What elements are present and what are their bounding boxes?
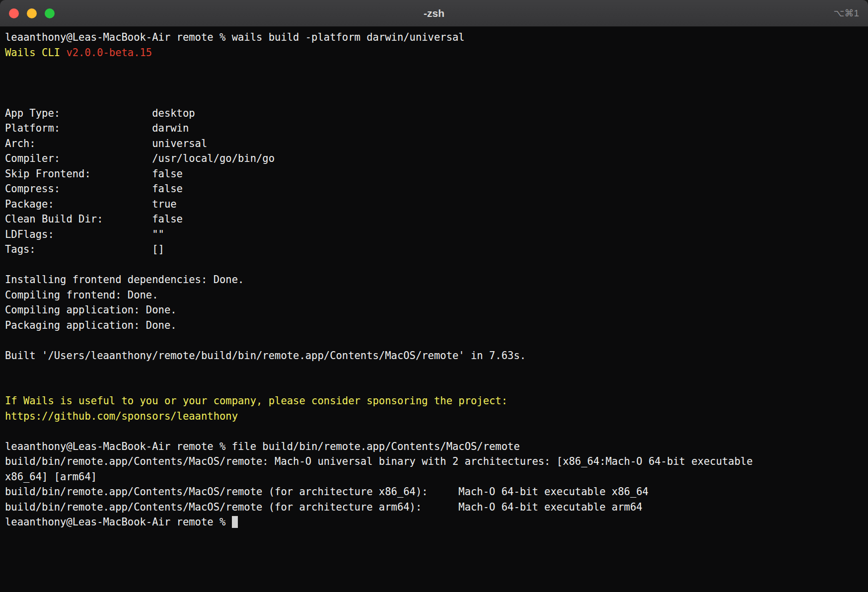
file-output-line-x86-64: build/bin/remote.app/Contents/MacOS/remo… xyxy=(5,484,863,500)
close-button[interactable] xyxy=(9,8,19,18)
traffic-lights xyxy=(0,8,55,18)
config-row-compiler: Compiler: /usr/local/go/bin/go xyxy=(5,151,863,166)
text-segment: build/bin/remote.app/Contents/MacOS/remo… xyxy=(5,455,753,467)
text-segment: Platform: darwin xyxy=(5,122,189,134)
blank-line xyxy=(5,333,863,348)
file-output-line-universal-wrap: x86_64] [arm64] xyxy=(5,469,863,485)
build-result-line: Built '/Users/leaanthony/remote/build/bi… xyxy=(5,348,863,364)
minimize-button[interactable] xyxy=(27,8,37,18)
text-segment: Compiler: /usr/local/go/bin/go xyxy=(5,152,275,164)
text-segment: If Wails is useful to you or your compan… xyxy=(5,395,507,407)
text-segment: leaanthony@Leas-MacBook-Air remote % wai… xyxy=(5,31,465,43)
text-segment: Tags: [] xyxy=(5,243,164,255)
text-segment: v2.0.0-beta.15 xyxy=(66,47,152,59)
blank-line xyxy=(5,90,863,106)
command-line-file: leaanthony@Leas-MacBook-Air remote % fil… xyxy=(5,439,863,454)
text-segment: Compress: false xyxy=(5,183,183,195)
command-line-wails-build: leaanthony@Leas-MacBook-Air remote % wai… xyxy=(5,30,863,45)
text-segment: Package: true xyxy=(5,198,177,210)
text-segment: leaanthony@Leas-MacBook-Air remote % fil… xyxy=(5,441,520,452)
config-row-tags: Tags: [] xyxy=(5,242,863,257)
config-row-ldflags: LDFlags: "" xyxy=(5,227,863,242)
blank-line xyxy=(5,257,863,273)
text-segment: leaanthony@Leas-MacBook-Air remote % xyxy=(5,516,232,528)
config-row-compress: Compress: false xyxy=(5,181,863,197)
text-segment: build/bin/remote.app/Contents/MacOS/remo… xyxy=(5,501,643,513)
sponsor-link[interactable]: https://github.com/sponsors/leaanthony xyxy=(5,410,238,422)
terminal-screen[interactable]: leaanthony@Leas-MacBook-Air remote % wai… xyxy=(0,27,868,592)
text-segment: Wails CLI xyxy=(5,47,66,59)
file-output-line-universal: build/bin/remote.app/Contents/MacOS/remo… xyxy=(5,454,863,469)
text-segment: Packaging application: Done. xyxy=(5,319,177,331)
text-segment: Skip Frontend: false xyxy=(5,168,183,180)
blank-line xyxy=(5,378,863,394)
status-line-compiling-frontend: Compiling frontend: Done. xyxy=(5,288,863,303)
config-row-clean-build-dir: Clean Build Dir: false xyxy=(5,212,863,227)
config-row-skip-frontend: Skip Frontend: false xyxy=(5,166,863,182)
window-title: -zsh xyxy=(0,7,868,19)
text-segment: build/bin/remote.app/Contents/MacOS/remo… xyxy=(5,486,649,498)
text-segment: x86_64] [arm64] xyxy=(5,471,97,483)
status-line-packaging-application: Packaging application: Done. xyxy=(5,318,863,333)
wails-version-line: Wails CLI v2.0.0-beta.15 xyxy=(5,45,863,61)
text-segment: Clean Build Dir: false xyxy=(5,213,183,225)
status-line-installing-deps: Installing frontend dependencies: Done. xyxy=(5,272,863,288)
text-segment: App Type: desktop xyxy=(5,107,195,119)
config-row-platform: Platform: darwin xyxy=(5,121,863,136)
zoom-button[interactable] xyxy=(45,8,55,18)
status-line-compiling-application: Compiling application: Done. xyxy=(5,302,863,318)
terminal-window: -zsh ⌥⌘1 leaanthony@Leas-MacBook-Air rem… xyxy=(0,0,868,592)
blank-line xyxy=(5,60,863,75)
blank-line xyxy=(5,75,863,91)
sponsor-link-line: https://github.com/sponsors/leaanthony xyxy=(5,409,863,424)
text-segment: LDFlags: "" xyxy=(5,228,164,240)
prompt-line: leaanthony@Leas-MacBook-Air remote % xyxy=(5,515,863,530)
config-row-package: Package: true xyxy=(5,197,863,212)
file-output-line-arm64: build/bin/remote.app/Contents/MacOS/remo… xyxy=(5,500,863,515)
titlebar[interactable]: -zsh ⌥⌘1 xyxy=(0,0,868,27)
terminal-cursor xyxy=(232,516,238,528)
blank-line xyxy=(5,424,863,439)
window-shortcut-hint: ⌥⌘1 xyxy=(834,7,859,19)
config-row-app-type: App Type: desktop xyxy=(5,106,863,121)
blank-line xyxy=(5,363,863,378)
text-segment: Compiling application: Done. xyxy=(5,304,177,316)
text-segment: Installing frontend dependencies: Done. xyxy=(5,274,244,286)
sponsor-message-line: If Wails is useful to you or your compan… xyxy=(5,393,863,409)
text-segment: Arch: universal xyxy=(5,138,207,149)
config-row-arch: Arch: universal xyxy=(5,136,863,151)
text-segment: Compiling frontend: Done. xyxy=(5,289,158,301)
text-segment: Built '/Users/leaanthony/remote/build/bi… xyxy=(5,350,526,362)
